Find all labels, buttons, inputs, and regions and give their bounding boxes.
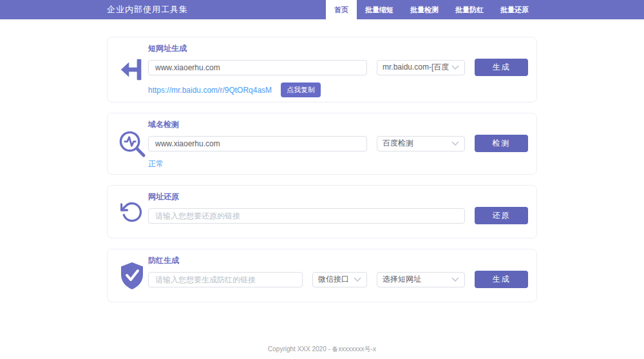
antired-api-select[interactable]: 微信接口 <box>312 272 367 287</box>
restore-url-input[interactable] <box>148 208 465 224</box>
main-nav: 首页 批量缩短 批量检测 批量防红 批量还原 <box>326 0 537 19</box>
chevron-down-icon <box>451 277 459 282</box>
card-url-restore: 网址还原 还原 <box>107 185 537 238</box>
restore-button[interactable]: 还原 <box>475 207 528 224</box>
select-value: mr.baidu.com-[百度,中转跳... <box>383 62 449 73</box>
domain-check-input[interactable] <box>148 136 367 151</box>
chevron-down-icon <box>354 277 361 282</box>
card-title-antired: 防红生成 <box>148 255 528 266</box>
select-value: 百度检测 <box>383 138 413 149</box>
main-content: 短网址生成 mr.baidu.com-[百度,中转跳... 生成 https:/… <box>0 19 644 340</box>
check-button[interactable]: 检测 <box>475 135 528 152</box>
card-title-domain-check: 域名检测 <box>148 119 528 130</box>
check-status-text: 正常 <box>148 159 528 170</box>
tab-batch-check[interactable]: 批量检测 <box>402 0 447 19</box>
copy-button[interactable]: 点我复制 <box>281 82 321 97</box>
page-title: 企业内部使用工具集 <box>107 0 188 19</box>
card-domain-check: 域名检测 百度检测 检测 正常 <box>107 113 537 175</box>
card-title-url-restore: 网址还原 <box>148 191 528 202</box>
chevron-down-icon <box>451 65 459 70</box>
shield-check-icon <box>116 254 148 297</box>
antired-url-input[interactable] <box>148 272 303 287</box>
card-antired: 防红生成 微信接口 选择短网址 生成 <box>107 249 537 302</box>
tab-home[interactable]: 首页 <box>326 0 357 19</box>
tab-batch-antired[interactable]: 批量防红 <box>447 0 492 19</box>
return-arrow-icon <box>116 42 148 97</box>
antired-shorturl-select[interactable]: 选择短网址 <box>377 272 465 287</box>
generate-antired-button[interactable]: 生成 <box>475 271 528 288</box>
card-short-url: 短网址生成 mr.baidu.com-[百度,中转跳... 生成 https:/… <box>107 37 537 102</box>
short-url-input[interactable] <box>148 60 367 75</box>
select-value: 微信接口 <box>318 274 349 285</box>
short-url-result-link[interactable]: https://mr.baidu.com/r/9QtORq4asM <box>148 86 272 95</box>
card-title-short-url: 短网址生成 <box>148 43 528 54</box>
pulse-magnifier-icon <box>116 118 148 170</box>
tab-batch-restore[interactable]: 批量还原 <box>492 0 537 19</box>
copyright-text: Copyright XXX 2020 - 备xxxxxxxx号-x <box>268 345 376 353</box>
select-value: 选择短网址 <box>383 274 421 285</box>
generate-short-url-button[interactable]: 生成 <box>475 59 528 76</box>
short-url-domain-select[interactable]: mr.baidu.com-[百度,中转跳... <box>377 60 465 75</box>
tab-batch-shorten[interactable]: 批量缩短 <box>357 0 402 19</box>
page-footer: Copyright XXX 2020 - 备xxxxxxxx号-x <box>0 340 644 359</box>
chevron-down-icon <box>451 141 459 146</box>
check-engine-select[interactable]: 百度检测 <box>377 136 465 151</box>
undo-arrow-icon <box>116 190 148 233</box>
app-header: 企业内部使用工具集 首页 批量缩短 批量检测 批量防红 批量还原 <box>0 0 644 19</box>
